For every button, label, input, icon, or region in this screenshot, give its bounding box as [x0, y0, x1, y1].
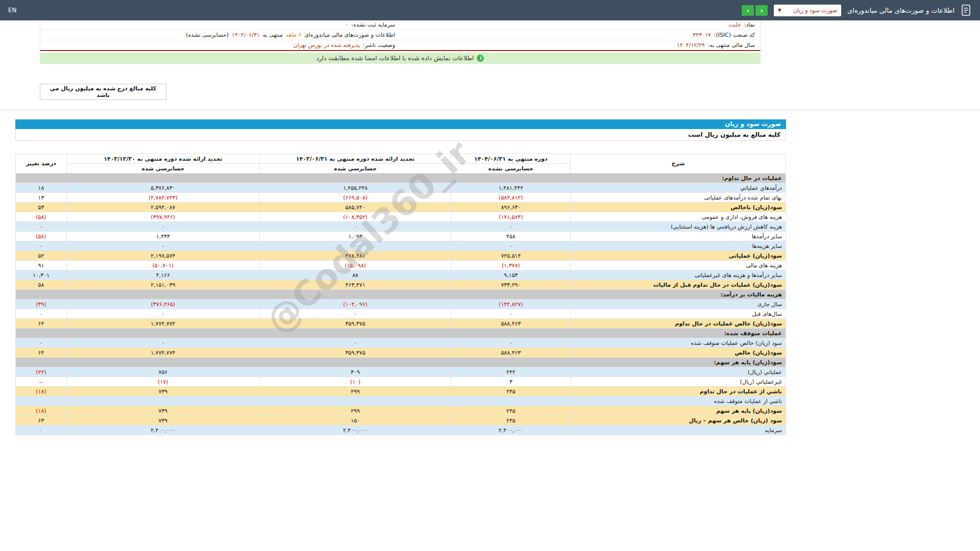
row-value-v2: ۸۸ — [259, 270, 451, 280]
table-row: غيرعملياتي (ريال)۳(۱۰)(۱۷)-- — [16, 377, 786, 387]
row-value-v3: (۱۷) — [66, 377, 259, 387]
row-value-v2: (۱۵,۰۹۸) — [259, 261, 451, 270]
period-nav: ‹ › — [742, 5, 768, 16]
row-value-chg: ۶۴ — [16, 319, 67, 329]
row-value-v3: ۷۳۹ — [66, 416, 259, 425]
row-value-v3: (۲,۷۸۲,۷۴۳) — [66, 193, 259, 203]
table-row: سود (زيان) خالص عمليات متوقف شده۰۰۰۰ — [16, 338, 786, 348]
row-value-v1: ۲۴۵ — [451, 387, 571, 396]
row-value-v1: ۲۴۲ — [451, 367, 571, 377]
row-value-chg: (۵۸) — [16, 212, 67, 222]
row-label: سود (زيان) خالص هر سهم – ريال — [571, 416, 786, 425]
financial-statement-icon — [961, 4, 972, 16]
report-period-label: اطلاعات و صورت‌های مالی میاندوره‌ای — [304, 32, 395, 38]
row-value-v2: ۲۹۹ — [259, 387, 451, 396]
row-value-v3: ۲,۱۹۷,۵۷۴ — [66, 251, 259, 261]
page-title: اطلاعات و صورت‌های مالی میاندوره‌ای — [847, 7, 954, 14]
fiscal-year-label: سال مالی منتهی به: — [708, 42, 755, 48]
row-value-v3: ۷۳۹ — [66, 406, 259, 416]
income-statement-table: شرح دوره منتهی به ۱۴۰۴/۰۶/۳۱ تجدید ارائه… — [15, 154, 786, 435]
row-value-v1: ۷۳۳,۲۹۰ — [451, 280, 571, 290]
header-audit-status-prior-year: حسابرسی شده — [66, 164, 259, 173]
isic-label: کد صنعت (ISIC): — [714, 32, 755, 38]
english-language-link[interactable]: EN — [8, 7, 17, 14]
row-value-chg: ۰ — [16, 338, 67, 348]
header-audit-status-prior-half: حسابرسی شده — [259, 164, 451, 173]
report-period-length: ۶ ماهه — [286, 32, 301, 38]
header-description: شرح — [571, 154, 786, 173]
row-value-v1: ۵۸۸,۴۶۳ — [451, 319, 571, 329]
report-period-suffix: (حسابرسی نشده) — [186, 32, 229, 38]
issuer-status-value: پذيرفته شده در بورس تهران — [293, 42, 360, 48]
report-period-mid: منتهی به — [263, 32, 283, 38]
row-label: غيرعملياتي (ريال) — [571, 377, 786, 387]
report-period-date: ۱۴۰۴/۰۶/۳۱ — [232, 32, 260, 38]
income-statement-section: صورت سود و زیان کلیه مبالغ به میلیون ریا… — [15, 119, 786, 435]
company-info-row: کد صنعت (ISIC): ۳۴۳۰۱۷ اطلاعات و صورت‌ها… — [40, 30, 760, 40]
row-label: سال جاری — [571, 299, 786, 309]
table-row: سرمایه۲,۴۰۰,۰۰۰۲,۴۰۰,۰۰۰۲,۴۰۰,۰۰۰۰ — [16, 425, 786, 435]
table-row: سال جاری(۱۴۴,۸۲۷)(۱۰۴,۰۹۶)(۳۷۶,۲۶۵)(۳۹) — [16, 299, 786, 309]
row-label: هزینه های فروش، اداری و عمومی — [571, 212, 786, 222]
table-row: سود(زيان) عمليات در حال تداوم قبل از مال… — [16, 280, 786, 290]
row-value-v3: (۳۷۶,۲۶۵) — [66, 299, 259, 309]
row-label: هزينه های مالی — [571, 261, 786, 270]
statement-unit-note: کلیه مبالغ به میلیون ریال است — [15, 129, 786, 141]
row-value-v2: ۰ — [259, 309, 451, 319]
row-value-v1: ۲۴۵ — [451, 416, 571, 425]
table-row: هزینه های فروش، اداری و عمومی(۱۷۱,۵۷۴)(۱… — [16, 212, 786, 222]
row-label: ناشي از عمليات متوقف شده — [571, 396, 786, 406]
next-period-button[interactable]: › — [755, 5, 768, 16]
table-row: سال‌های قبل۰۰۰۰ — [16, 309, 786, 319]
table-row: سود(زيان) ناخالص۸۹۶,۶۳۰۵۸۵,۷۴۰۲,۵۹۴,۰۸۷۵… — [16, 203, 786, 212]
row-value-chg: ۶۴ — [16, 348, 67, 358]
table-row: سود(زيان) خالص۵۸۸,۴۶۳۳۵۹,۳۷۵۱,۷۷۴,۷۷۴۶۴ — [16, 348, 786, 358]
row-value-v1: ۸۹۶,۶۳۰ — [451, 203, 571, 212]
previous-period-button[interactable]: ‹ — [742, 5, 754, 16]
row-value-v3 — [66, 396, 259, 406]
unregistered-capital-label: سرمایه ثبت نشده: — [351, 21, 395, 28]
table-row: ساير درآمدها و هزينه های غيرعملياتی۹,۱۵۳… — [16, 270, 786, 280]
section-divider — [0, 110, 980, 110]
chevron-down-icon: ▼ — [778, 8, 781, 13]
header-percent-change: درصد تغییر — [16, 154, 67, 173]
fiscal-year-cell: سال مالی منتهی به: ۱۴۰۴/۱۲/۲۹ — [400, 40, 760, 50]
row-value-v1: ۱,۴۸۱,۴۴۲ — [451, 183, 571, 193]
row-value-chg: (۳۹) — [16, 299, 67, 309]
row-value-v2: ۳۵۹,۳۷۵ — [259, 319, 451, 329]
row-value-v2: (۱۰) — [259, 377, 451, 387]
row-value-chg: ۵۳ — [16, 203, 67, 212]
section-label: هزينه ماليات بر درآمد: — [16, 290, 786, 299]
row-value-v2: ۳۵۹,۳۷۵ — [259, 348, 451, 358]
row-label: سود (زيان) خالص عمليات متوقف شده — [571, 338, 786, 348]
header-period-current: دوره منتهی به ۱۴۰۴/۰۶/۳۱ — [451, 154, 571, 164]
row-value-chg: ۰ — [16, 222, 67, 232]
row-value-v3: ۷۵۶ — [66, 367, 259, 377]
section-row: عملیات در حال تداوم: — [16, 173, 786, 183]
row-value-v2: ۲,۴۰۰,۰۰۰ — [259, 425, 451, 435]
row-value-v2: (۶۶۹,۵۰۸) — [259, 193, 451, 203]
row-value-v3: ۱,۷۷۴,۷۷۴ — [66, 348, 259, 358]
row-label: سرمایه — [571, 425, 786, 435]
row-value-v1: (۱,۳۷۷) — [451, 261, 571, 270]
statement-type-dropdown[interactable]: صورت سود و زیان ▼ — [774, 5, 841, 16]
table-row: سایر هزینه‌ها۰۰۰۰ — [16, 241, 786, 251]
row-value-v1 — [451, 396, 571, 406]
unregistered-capital-cell: سرمایه ثبت نشده: ۰ — [40, 20, 400, 30]
symbol-label: نماد: — [744, 21, 755, 28]
issuer-status-cell: وضعیت ناشر: پذيرفته شده در بورس تهران — [40, 40, 400, 50]
row-value-v2: ۳۰۹ — [259, 367, 451, 377]
row-label: سود(زيان) عمليات در حال تداوم قبل از مال… — [571, 280, 786, 290]
table-row: سود (زيان) خالص هر سهم – ريال۲۴۵۱۵۰۷۳۹۶۳ — [16, 416, 786, 425]
row-value-v2: ۰ — [259, 241, 451, 251]
row-value-v1: (۵۸۴,۸۱۲) — [451, 193, 571, 203]
row-value-chg: (۲۲) — [16, 367, 67, 377]
row-value-v2: ۰ — [259, 222, 451, 232]
row-value-v1: ۰ — [451, 338, 571, 348]
table-row: ساير درآمدها۴۵۸۱,۰۹۳۱,۴۳۳(۵۸) — [16, 232, 786, 241]
info-icon: i — [477, 55, 484, 62]
row-value-v2: ۴۷۸,۴۸۱ — [259, 251, 451, 261]
section-label: عملیات در حال تداوم: — [16, 173, 786, 183]
row-value-v3: ۴,۱۶۶ — [66, 270, 259, 280]
row-value-chg: ۰ — [16, 241, 67, 251]
